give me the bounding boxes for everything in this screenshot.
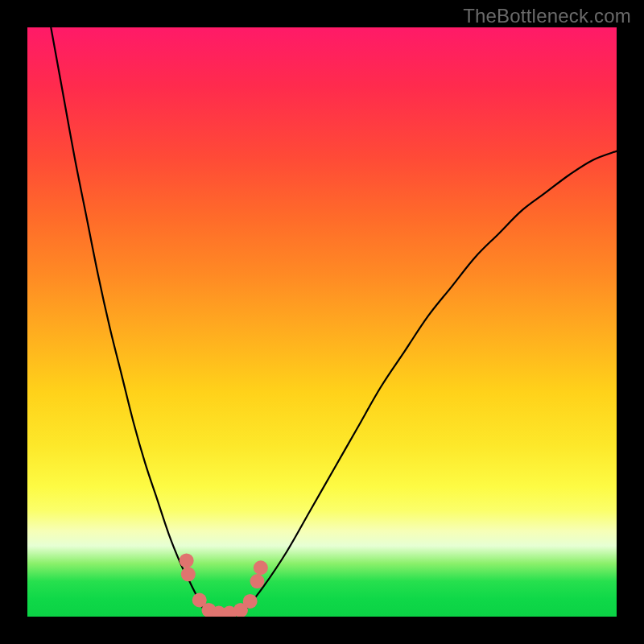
highlight-dot (192, 593, 207, 608)
highlight-dot (201, 603, 216, 617)
highlight-dot (181, 567, 196, 581)
highlight-dot (250, 574, 264, 588)
plot-area (27, 27, 617, 617)
highlight-dot (243, 594, 258, 609)
highlight-dot (233, 603, 248, 617)
series-left-branch (51, 27, 204, 611)
chart-frame: TheBottleneck.com (0, 0, 644, 644)
curve-layer (27, 27, 617, 617)
series-floor (204, 609, 246, 616)
highlight-dot (222, 606, 237, 617)
series-right-branch (246, 151, 617, 610)
watermark-text: TheBottleneck.com (463, 5, 631, 27)
highlight-dot (254, 560, 268, 575)
highlight-markers (180, 553, 268, 617)
highlight-dot (212, 606, 226, 617)
highlight-dot (180, 553, 194, 568)
